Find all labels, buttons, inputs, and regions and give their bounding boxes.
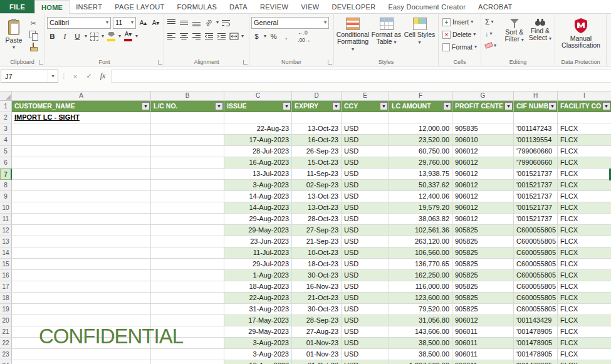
cell[interactable]: 12,000.00 <box>389 123 452 135</box>
cell[interactable]: 905825 <box>452 259 514 270</box>
watermark[interactable]: CONFIDENTIAL <box>39 325 183 348</box>
increase-decimal-button[interactable]: ←.0 <box>297 29 311 36</box>
cell[interactable]: USD <box>342 180 389 191</box>
cell[interactable]: 906010 <box>452 135 514 146</box>
format-as-table-button[interactable]: Format as Table ▾ <box>370 16 403 53</box>
cell[interactable]: 79,520.00 <box>389 304 452 315</box>
cell[interactable]: 906012 <box>452 169 514 180</box>
row-header-8[interactable]: 8 <box>0 180 12 191</box>
chevron-down-icon[interactable]: ▾ <box>216 20 219 25</box>
cell[interactable]: 29-May-2023 <box>224 326 292 338</box>
cell[interactable]: 01-Nov-23 <box>292 338 342 349</box>
cell[interactable] <box>12 146 151 157</box>
cell[interactable]: 3-Aug-2023 <box>224 180 292 191</box>
cell[interactable]: 38,500.00 <box>389 349 452 360</box>
cell[interactable] <box>12 236 151 247</box>
cell[interactable] <box>389 112 452 123</box>
insert-cells-button[interactable]: + Insert ▾ <box>441 16 479 28</box>
table-header-C[interactable]: ISSUE▼ <box>224 101 292 112</box>
cell[interactable] <box>12 169 151 180</box>
cell[interactable]: 3-Aug-2023 <box>224 349 292 360</box>
cell[interactable]: FLCX <box>558 259 611 270</box>
copy-button[interactable] <box>28 30 39 40</box>
increase-indent-button[interactable] <box>216 31 227 42</box>
row-header-20[interactable]: 20 <box>0 315 12 326</box>
align-center-button[interactable] <box>179 31 189 42</box>
column-header-C[interactable]: C <box>224 91 292 100</box>
cell[interactable]: '799060660 <box>514 146 558 157</box>
cell[interactable] <box>151 123 224 135</box>
cell[interactable] <box>12 259 151 270</box>
cell[interactable] <box>151 157 224 169</box>
number-dialog-launcher-icon[interactable] <box>328 60 332 65</box>
cell[interactable]: '001478905 <box>514 326 558 338</box>
cell[interactable]: 13,938.75 <box>389 169 452 180</box>
font-color-button[interactable]: A▾ <box>123 31 133 42</box>
cell[interactable]: USD <box>342 236 389 247</box>
table-header-E[interactable]: CCY▼ <box>342 101 389 112</box>
cell[interactable] <box>151 225 224 236</box>
enter-button[interactable]: ✓ <box>83 70 95 83</box>
cell[interactable]: 21-Oct-23 <box>292 293 342 304</box>
cell[interactable]: USD <box>342 259 389 270</box>
shrink-font-button[interactable]: A▾ <box>150 17 161 28</box>
filter-dropdown-button[interactable]: ▼ <box>283 102 291 110</box>
cell[interactable]: 26-Sep-23 <box>292 146 342 157</box>
tab-page-layout[interactable]: PAGE LAYOUT <box>108 0 170 13</box>
cell[interactable]: 28-Oct-23 <box>292 214 342 225</box>
cell[interactable]: 13-Oct-23 <box>292 191 342 202</box>
cell[interactable]: 15-Oct-23 <box>292 157 342 169</box>
cell[interactable]: 17-May-2023 <box>224 315 292 326</box>
cell[interactable]: USD <box>342 270 389 281</box>
paste-button[interactable]: Paste ▾ <box>2 16 26 55</box>
cell[interactable]: C600055805 <box>514 304 558 315</box>
cell[interactable]: USD <box>342 315 389 326</box>
chevron-down-icon[interactable]: ▾ <box>135 34 138 39</box>
cell[interactable]: FLCX <box>558 202 611 214</box>
cell[interactable]: 10-Oct-23 <box>292 247 342 259</box>
cell[interactable]: 906012 <box>452 315 514 326</box>
column-header-A[interactable]: A <box>12 91 151 100</box>
cell[interactable]: USD <box>342 304 389 315</box>
cell[interactable]: 906011 <box>452 338 514 349</box>
row-header-11[interactable]: 11 <box>0 214 12 225</box>
cell[interactable]: 905825 <box>452 225 514 236</box>
table-header-I[interactable]: FACILITY CO▼ <box>558 101 611 112</box>
font-name-dropdown[interactable]: Calibri ▾ <box>47 17 111 29</box>
percent-style-button[interactable]: % <box>268 31 279 42</box>
cell[interactable]: FLCX <box>558 293 611 304</box>
orientation-button[interactable]: ab <box>204 17 214 28</box>
cell[interactable]: FLCX <box>558 270 611 281</box>
cell[interactable]: '001521737 <box>514 191 558 202</box>
chevron-down-icon[interactable]: ▾ <box>264 34 266 39</box>
cell[interactable]: 906012 <box>452 202 514 214</box>
cell[interactable]: USD <box>342 326 389 338</box>
cell[interactable]: C600055805 <box>514 247 558 259</box>
cell[interactable] <box>12 180 151 191</box>
cell[interactable]: 17-Aug-2023 <box>224 135 292 146</box>
cell[interactable]: 106,560.00 <box>389 247 452 259</box>
cell[interactable]: 906011 <box>452 326 514 338</box>
clear-button[interactable]: ▾ <box>483 39 501 51</box>
cell[interactable]: USD <box>342 349 389 360</box>
cell[interactable]: 22-Aug-23 <box>224 123 292 135</box>
cell[interactable]: 31,056.80 <box>389 315 452 326</box>
align-right-button[interactable] <box>191 31 202 42</box>
cell[interactable] <box>151 202 224 214</box>
cell[interactable]: USD <box>342 338 389 349</box>
cell[interactable]: FLCX <box>558 360 611 364</box>
font-dialog-launcher-icon[interactable] <box>158 60 162 65</box>
row-header-4[interactable]: 4 <box>0 135 12 146</box>
cell[interactable]: C600055805 <box>514 259 558 270</box>
cell[interactable]: 11-Sep-23 <box>292 169 342 180</box>
align-top-button[interactable] <box>166 17 177 28</box>
cell[interactable]: 13-Oct-23 <box>292 123 342 135</box>
cell[interactable]: '001147243 <box>514 123 558 135</box>
cell[interactable]: FLCX <box>558 135 611 146</box>
filter-dropdown-button[interactable]: ▼ <box>504 102 513 110</box>
cell[interactable]: 60,750.00 <box>389 146 452 157</box>
filter-dropdown-button[interactable]: ▼ <box>332 102 340 110</box>
row-header-9[interactable]: 9 <box>0 191 12 202</box>
cell[interactable]: 116,000.00 <box>389 281 452 293</box>
cell[interactable]: 123,600.00 <box>389 293 452 304</box>
